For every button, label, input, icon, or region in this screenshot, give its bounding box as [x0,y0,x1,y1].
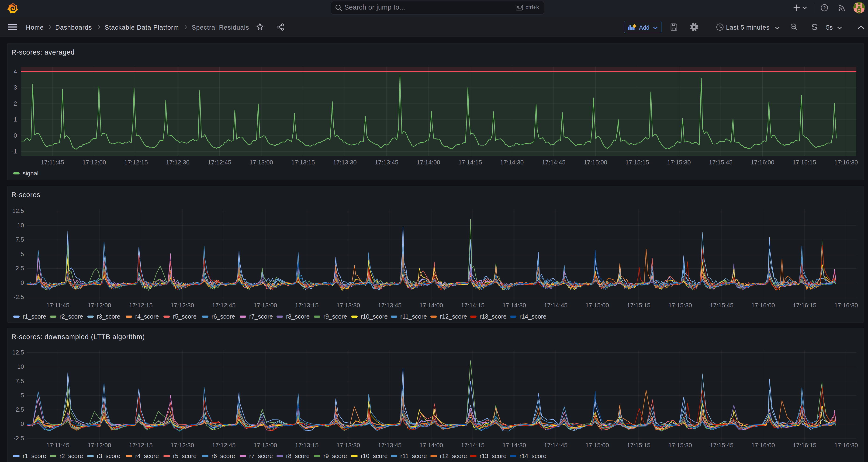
svg-text:17:13:45: 17:13:45 [378,302,401,309]
svg-text:-2.5: -2.5 [13,294,24,300]
svg-text:17:14:15: 17:14:15 [461,302,485,309]
svg-text:17:15:45: 17:15:45 [709,159,733,166]
svg-text:17:15:45: 17:15:45 [710,442,734,449]
svg-text:17:16:15: 17:16:15 [793,302,816,309]
svg-text:17:15:15: 17:15:15 [625,159,649,166]
svg-text:17:14:00: 17:14:00 [420,442,443,449]
svg-text:17:13:30: 17:13:30 [336,302,360,309]
svg-text:17:14:45: 17:14:45 [544,442,567,449]
svg-text:17:15:00: 17:15:00 [584,159,607,166]
svg-text:17:15:30: 17:15:30 [669,442,692,449]
svg-text:17:14:00: 17:14:00 [420,302,443,309]
svg-text:10: 10 [17,363,24,370]
svg-text:17:15:45: 17:15:45 [710,302,734,309]
svg-text:17:15:15: 17:15:15 [627,302,650,309]
svg-text:3: 3 [14,84,17,91]
svg-text:17:13:15: 17:13:15 [291,159,315,166]
svg-text:17:12:45: 17:12:45 [212,302,236,309]
svg-text:17:13:15: 17:13:15 [295,442,318,449]
svg-text:17:12:00: 17:12:00 [87,302,111,309]
svg-text:17:12:30: 17:12:30 [170,302,194,309]
svg-text:17:13:00: 17:13:00 [253,302,277,309]
svg-text:17:14:45: 17:14:45 [542,159,565,166]
svg-text:17:15:30: 17:15:30 [667,159,691,166]
svg-text:17:15:15: 17:15:15 [627,442,650,449]
svg-text:12.5: 12.5 [12,207,24,214]
svg-text:17:15:00: 17:15:00 [585,442,609,449]
svg-text:17:12:30: 17:12:30 [170,442,194,449]
svg-text:17:13:00: 17:13:00 [249,159,273,166]
svg-text:17:13:00: 17:13:00 [253,442,277,449]
svg-text:5: 5 [21,392,24,399]
svg-text:17:14:00: 17:14:00 [416,159,440,166]
svg-text:17:12:15: 17:12:15 [124,159,148,166]
svg-text:17:14:45: 17:14:45 [544,302,567,309]
svg-text:7.5: 7.5 [16,236,24,243]
svg-text:5: 5 [21,250,24,257]
svg-text:17:12:00: 17:12:00 [82,159,106,166]
svg-text:17:13:45: 17:13:45 [378,442,401,449]
svg-text:17:11:45: 17:11:45 [46,302,69,309]
svg-text:2: 2 [14,100,17,107]
svg-text:17:13:30: 17:13:30 [333,159,356,166]
svg-text:12.5: 12.5 [12,349,24,356]
svg-text:17:12:45: 17:12:45 [212,442,236,449]
svg-text:17:16:00: 17:16:00 [751,302,775,309]
svg-text:17:15:00: 17:15:00 [585,302,609,309]
svg-text:17:11:45: 17:11:45 [41,159,64,166]
svg-text:17:16:00: 17:16:00 [751,442,775,449]
svg-text:0: 0 [21,279,24,286]
svg-text:17:12:00: 17:12:00 [87,442,111,449]
svg-text:17:12:30: 17:12:30 [166,159,190,166]
svg-text:-1: -1 [12,148,17,155]
svg-text:4: 4 [14,68,17,75]
svg-text:?: ? [823,5,826,10]
svg-text:17:16:15: 17:16:15 [793,159,816,166]
svg-text:17:16:30: 17:16:30 [834,159,858,166]
svg-text:17:12:45: 17:12:45 [208,159,231,166]
svg-text:17:14:30: 17:14:30 [500,159,524,166]
svg-text:17:13:30: 17:13:30 [336,442,360,449]
svg-text:17:13:45: 17:13:45 [375,159,398,166]
svg-text:17:16:30: 17:16:30 [834,442,858,449]
svg-text:10: 10 [17,222,24,229]
svg-text:17:16:15: 17:16:15 [793,442,816,449]
svg-text:17:14:15: 17:14:15 [458,159,482,166]
svg-text:17:13:15: 17:13:15 [295,302,318,309]
svg-text:-2.5: -2.5 [13,435,24,442]
svg-text:17:12:15: 17:12:15 [129,442,153,449]
svg-text:0: 0 [21,420,24,427]
svg-text:17:16:00: 17:16:00 [751,159,774,166]
svg-text:2.5: 2.5 [16,265,24,272]
svg-text:17:14:30: 17:14:30 [502,442,526,449]
svg-text:7.5: 7.5 [16,377,24,384]
svg-text:17:14:30: 17:14:30 [502,302,526,309]
svg-text:1: 1 [14,116,17,123]
svg-text:2.5: 2.5 [16,406,24,413]
svg-text:17:14:15: 17:14:15 [461,442,485,449]
svg-text:17:15:30: 17:15:30 [669,302,692,309]
svg-text:17:12:15: 17:12:15 [129,302,153,309]
svg-text:17:16:30: 17:16:30 [834,302,858,309]
svg-text:17:11:45: 17:11:45 [46,442,69,449]
svg-text:0: 0 [14,132,17,139]
